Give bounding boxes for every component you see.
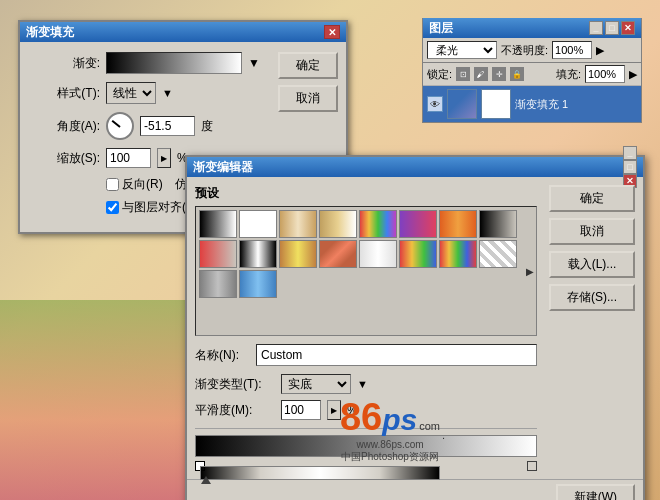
layer-thumbnail-gradient [447, 89, 477, 119]
lock-brush-icon[interactable]: 🖌 [474, 67, 488, 81]
preset-blue[interactable] [239, 270, 277, 298]
gradient-fill-cancel-btn[interactable]: 取消 [278, 85, 338, 112]
ge-minimize-btn[interactable]: _ [623, 146, 637, 160]
lock-dotted-icon[interactable]: ⊡ [456, 67, 470, 81]
layer-visibility-icon[interactable]: 👁 [427, 96, 443, 112]
logo-dot: . [442, 429, 445, 441]
ge-load-btn[interactable]: 载入(L)... [549, 251, 635, 278]
scale-input[interactable] [106, 148, 151, 168]
logo-ps-text: ps [382, 403, 417, 437]
preset-bwb[interactable] [239, 240, 277, 268]
layers-minimize-btn[interactable]: _ [589, 21, 603, 35]
fill-label: 填充: [556, 67, 581, 82]
layers-panel-title: 图层 [429, 20, 453, 37]
ge-save-btn[interactable]: 存储(S)... [549, 284, 635, 311]
gradient-slider-marker[interactable] [201, 476, 211, 484]
fill-arrow[interactable]: ▶ [629, 68, 637, 81]
smooth-label: 平滑度(M): [195, 402, 275, 419]
opacity-input[interactable] [552, 41, 592, 59]
preset-spectrum-loop[interactable] [439, 240, 477, 268]
opacity-label: 不透明度: [501, 43, 548, 58]
layers-maximize-btn[interactable]: □ [605, 21, 619, 35]
lock-move-icon[interactable]: ✛ [492, 67, 506, 81]
presets-grid [196, 207, 536, 301]
preset-gold[interactable] [319, 210, 357, 238]
bottom-gradient-bar [200, 466, 440, 480]
preset-copper[interactable] [279, 210, 317, 238]
style-arrow[interactable]: ▼ [162, 87, 173, 99]
layer-name-label: 渐变填充 1 [515, 97, 637, 112]
layer-row-gradient[interactable]: 👁 渐变填充 1 [423, 86, 641, 122]
preset-red-transparent[interactable] [199, 240, 237, 268]
style-row: 样式(T): 线性 ▼ [30, 82, 260, 104]
bar-marker-right[interactable] [527, 461, 537, 471]
preset-orange[interactable] [439, 210, 477, 238]
gradient-fill-titlebar: 渐变填充 ✕ [20, 22, 346, 42]
presets-scroll-arrow[interactable]: ▶ [526, 266, 534, 277]
layers-close-btn[interactable]: ✕ [621, 21, 635, 35]
preset-silver[interactable] [199, 270, 237, 298]
gradient-editor-title: 渐变编辑器 [193, 159, 253, 176]
name-label: 名称(N): [195, 347, 250, 364]
ge-cancel-btn[interactable]: 取消 [549, 218, 635, 245]
align-checkbox[interactable] [106, 201, 119, 214]
align-checkbox-label[interactable]: 与图层对齐(L) [106, 199, 197, 216]
style-select[interactable]: 线性 [106, 82, 156, 104]
presets-area: ▶ [195, 206, 537, 336]
preset-spectrum[interactable] [399, 240, 437, 268]
preset-black-transparent[interactable] [479, 210, 517, 238]
gradient-preview[interactable] [106, 52, 242, 74]
preset-transparent[interactable] [479, 240, 517, 268]
gradient-fill-title: 渐变填充 [26, 24, 74, 41]
preset-bw[interactable] [199, 210, 237, 238]
ge-bottom-bar: 新建(W) [187, 479, 643, 500]
scale-stepper-btn[interactable]: ▶ [157, 148, 171, 168]
ge-maximize-btn[interactable]: □ [623, 160, 637, 174]
reverse-checkbox-label[interactable]: 反向(R) [106, 176, 163, 193]
logo-com: com [419, 420, 440, 432]
preset-white-white[interactable] [359, 240, 397, 268]
logo-cn-text: 中国Photoshop资源网 [341, 450, 439, 464]
gradient-editor-titlebar: 渐变编辑器 _ □ ✕ [187, 157, 643, 177]
lock-row: 锁定: ⊡ 🖌 ✛ 🔒 填充: ▶ [423, 63, 641, 86]
gradient-editor-buttons: 确定 取消 载入(L)... 存储(S)... [545, 177, 643, 479]
logo-watermark: 86 ps . com www.86ps.com 中国Photoshop资源网 [310, 390, 470, 470]
ge-new-btn[interactable]: 新建(W) [556, 484, 635, 500]
angle-label: 角度(A): [30, 118, 100, 135]
layer-mask-thumbnail [481, 89, 511, 119]
angle-row: 角度(A): 度 [30, 112, 260, 140]
gradient-fill-ok-btn[interactable]: 确定 [278, 52, 338, 79]
angle-input[interactable] [140, 116, 195, 136]
logo-url: www.86ps.com [356, 439, 423, 450]
gradient-fill-close-btn[interactable]: ✕ [324, 25, 340, 39]
opacity-arrow[interactable]: ▶ [596, 44, 604, 57]
type-label: 渐变类型(T): [195, 376, 275, 393]
preset-checker[interactable] [319, 240, 357, 268]
layers-panel-controls: _ □ ✕ [589, 21, 635, 35]
preset-purple-red[interactable] [399, 210, 437, 238]
name-input[interactable] [256, 344, 537, 366]
reverse-label: 反向(R) [122, 176, 163, 193]
logo-86: 86 [340, 396, 382, 439]
gradient-arrow-btn[interactable]: ▼ [248, 56, 260, 70]
layers-toolbar: 柔光 不透明度: ▶ [423, 38, 641, 63]
angle-dial[interactable] [106, 112, 134, 140]
blend-mode-select[interactable]: 柔光 [427, 41, 497, 59]
preset-gold2[interactable] [279, 240, 317, 268]
lock-all-icon[interactable]: 🔒 [510, 67, 524, 81]
scale-label: 缩放(S): [30, 150, 100, 167]
ge-ok-btn[interactable]: 确定 [549, 185, 635, 212]
layers-panel-titlebar: 图层 _ □ ✕ [423, 18, 641, 38]
name-row: 名称(N): [195, 344, 537, 366]
layers-panel: 图层 _ □ ✕ 柔光 不透明度: ▶ 锁定: ⊡ 🖌 ✛ 🔒 填充: ▶ 👁 … [422, 18, 642, 123]
angle-container: 度 [106, 112, 213, 140]
style-label: 样式(T): [30, 85, 100, 102]
lock-label: 锁定: [427, 67, 452, 82]
preset-rainbow[interactable] [359, 210, 397, 238]
preset-white-transparent[interactable] [239, 210, 277, 238]
gradient-row: 渐变: ▼ [30, 52, 260, 74]
reverse-checkbox[interactable] [106, 178, 119, 191]
fill-input[interactable] [585, 65, 625, 83]
logo-container: 86 ps . com [340, 396, 440, 439]
type-arrow[interactable]: ▼ [357, 378, 368, 390]
